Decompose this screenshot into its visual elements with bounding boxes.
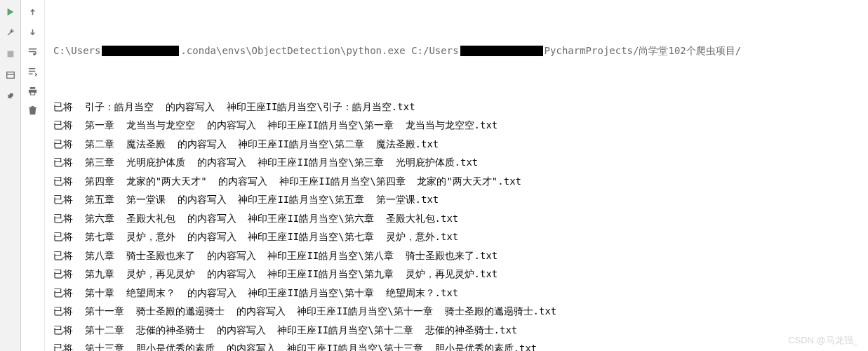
output-line: 已将 第五章 第一堂课 的内容写入 神印王座II皓月当空\第五章 第一堂课.tx… bbox=[53, 190, 862, 209]
output-line: 已将 第八章 骑士圣殿也来了 的内容写入 神印王座II皓月当空\第八章 骑士圣殿… bbox=[53, 246, 862, 265]
svg-rect-0 bbox=[7, 51, 13, 58]
run-icon[interactable] bbox=[3, 4, 18, 20]
output-line: 已将 第二章 魔法圣殿 的内容写入 神印王座II皓月当空\第二章 魔法圣殿.tx… bbox=[53, 135, 862, 154]
redacted-1 bbox=[102, 46, 179, 56]
output-line: 已将 第十章 绝望周末？ 的内容写入 神印王座II皓月当空\第十章 绝望周末？.… bbox=[53, 284, 862, 303]
redacted-2 bbox=[460, 46, 543, 56]
trash-icon[interactable] bbox=[25, 102, 41, 118]
output-line: 已将 引子：皓月当空 的内容写入 神印王座II皓月当空\引子：皓月当空.txt bbox=[53, 98, 862, 117]
soft-wrap-icon[interactable] bbox=[25, 44, 41, 59]
console-toolbar bbox=[21, 0, 45, 351]
wrench-icon[interactable] bbox=[3, 25, 18, 41]
watermark: CSDN @马龙强_ bbox=[788, 334, 858, 347]
layout-icon[interactable] bbox=[3, 67, 18, 83]
stop-icon[interactable] bbox=[3, 46, 18, 62]
output-line: 已将 第十二章 悲催的神圣骑士 的内容写入 神印王座II皓月当空\第十二章 悲催… bbox=[53, 321, 862, 340]
output-line: 已将 第四章 龙家的"两大天才" 的内容写入 神印王座II皓月当空\第四章 龙家… bbox=[53, 172, 862, 191]
console-output[interactable]: C:\Users .conda\envs\ObjectDetection\pyt… bbox=[45, 0, 868, 351]
output-line: 已将 第七章 灵炉，意外 的内容写入 神印王座II皓月当空\第七章 灵炉，意外.… bbox=[53, 227, 862, 246]
cmd-seg3: PycharmProjects/尚学堂102个爬虫项目/ bbox=[545, 41, 742, 60]
output-line: 已将 第六章 圣殿大礼包 的内容写入 神印王座II皓月当空\第六章 圣殿大礼包.… bbox=[53, 209, 862, 228]
svg-rect-1 bbox=[6, 72, 14, 79]
svg-rect-3 bbox=[31, 92, 35, 95]
left-toolbar bbox=[0, 0, 21, 351]
scroll-to-end-icon[interactable] bbox=[25, 63, 41, 79]
output-line: 已将 第一章 龙当当与龙空空 的内容写入 神印王座II皓月当空\第一章 龙当当与… bbox=[53, 116, 862, 135]
output-line: 已将 第十一章 骑士圣殿的邋遢骑士 的内容写入 神印王座II皓月当空\第十一章 … bbox=[53, 302, 862, 321]
command-line: C:\Users .conda\envs\ObjectDetection\pyt… bbox=[53, 41, 862, 60]
output-line: 已将 第三章 光明庇护体质 的内容写入 神印王座II皓月当空\第三章 光明庇护体… bbox=[53, 153, 862, 172]
cmd-seg1: C:\Users bbox=[53, 41, 100, 60]
pin-icon[interactable] bbox=[3, 88, 18, 104]
scroll-up-icon[interactable] bbox=[25, 4, 41, 20]
scroll-down-icon[interactable] bbox=[25, 24, 41, 39]
cmd-seg2: .conda\envs\ObjectDetection\python.exe C… bbox=[180, 41, 458, 60]
output-line: 已将 第十三章 胆小是优秀的素质 的内容写入 神印王座II皓月当空\第十三章 胆… bbox=[53, 339, 862, 351]
print-icon[interactable] bbox=[25, 83, 41, 98]
output-line: 已将 第九章 灵炉，再见灵炉 的内容写入 神印王座II皓月当空\第九章 灵炉，再… bbox=[53, 265, 862, 284]
